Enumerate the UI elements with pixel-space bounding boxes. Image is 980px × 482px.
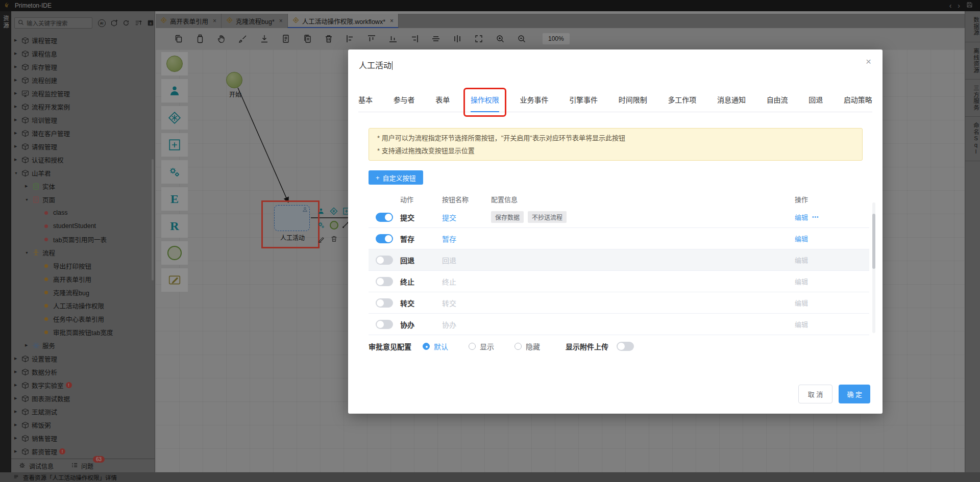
table-scrollbar-thumb[interactable]: [872, 214, 875, 269]
enable-toggle[interactable]: [376, 298, 393, 308]
action-label: 提交: [400, 212, 442, 222]
action-label: 转交: [400, 298, 442, 308]
enable-toggle[interactable]: [376, 213, 393, 222]
dialog-tab-时间限制[interactable]: 时间限制: [619, 94, 647, 112]
ok-button[interactable]: 确 定: [839, 385, 870, 403]
dialog-tab-回退[interactable]: 回退: [808, 94, 823, 112]
permission-row: 协办协办编辑: [369, 314, 869, 335]
row-operations: 编辑: [795, 234, 834, 243]
enable-toggle[interactable]: [376, 320, 393, 329]
button-name-link[interactable]: 提交: [442, 212, 491, 222]
edit-link: 编辑: [795, 255, 808, 265]
dialog-tabbar: 基本参与者表单操作权限业务事件引擎事件时间限制多工作项消息通知自由流回退启动策略: [358, 94, 872, 112]
header-operation: 操作: [795, 194, 834, 204]
dialog-tab-基本[interactable]: 基本: [358, 94, 373, 112]
plus-icon: +: [376, 174, 380, 182]
radio-label: 隐藏: [526, 341, 540, 351]
permission-row: 终止终止编辑: [369, 271, 869, 292]
row-operations: 编辑: [795, 276, 834, 286]
radio-显示[interactable]: 显示: [469, 341, 494, 351]
attachment-upload-toggle[interactable]: [617, 342, 634, 351]
radio-unselected-icon[interactable]: [514, 343, 522, 350]
button-name-link: 回退: [442, 255, 491, 265]
button-name-link: 转交: [442, 298, 491, 308]
dialog-tab-引擎事件[interactable]: 引擎事件: [569, 94, 598, 112]
notice-line: * 支持通过拖拽改变按钮显示位置: [377, 144, 854, 157]
dialog-tab-多工作项[interactable]: 多工作项: [668, 94, 696, 112]
table-header: 动作 按钮名称 配置信息 操作: [369, 191, 869, 207]
activity-settings-dialog: 人工活动 × 基本参与者表单操作权限业务事件引擎事件时间限制多工作项消息通知自由…: [348, 49, 883, 414]
action-label: 回退: [400, 255, 442, 265]
dialog-tab-消息通知[interactable]: 消息通知: [717, 94, 746, 112]
dialog-tab-自由流[interactable]: 自由流: [767, 94, 788, 112]
permission-row: 暂存暂存编辑: [369, 228, 869, 249]
permission-row: 回退回退编辑: [369, 249, 869, 271]
opinion-config-row: 审批意见配置 默认显示隐藏 显示附件上传: [369, 338, 634, 354]
row-operations: 编辑: [795, 298, 834, 308]
dialog-tab-表单[interactable]: 表单: [435, 94, 450, 112]
dialog-tab-启动策略[interactable]: 启动策略: [844, 94, 872, 112]
close-icon[interactable]: ×: [866, 57, 871, 66]
edit-link: 编辑: [795, 298, 808, 308]
radio-unselected-icon[interactable]: [469, 343, 476, 350]
cancel-button[interactable]: 取 消: [798, 385, 833, 403]
enable-toggle[interactable]: [376, 234, 393, 243]
permissions-table: 动作 按钮名称 配置信息 操作 提交提交保存数据不抄送流程编辑•••暂存暂存编辑…: [369, 191, 869, 335]
row-operations: 编辑: [795, 255, 834, 265]
notice-box: * 用户可以为流程指定环节选择所需按钮，"开关启用"表示对应环节表单将显示此按钮…: [369, 128, 863, 161]
more-actions-icon[interactable]: •••: [812, 214, 819, 220]
button-name-link[interactable]: 暂存: [442, 234, 491, 244]
edit-link: 编辑: [795, 319, 808, 329]
edit-link: 编辑: [795, 276, 808, 286]
text-caret: [392, 61, 393, 70]
config-tags: 保存数据不抄送流程: [491, 211, 795, 223]
header-action: 动作: [400, 194, 442, 204]
header-button-name: 按钮名称: [442, 194, 491, 204]
config-tag: 不抄送流程: [528, 211, 567, 223]
dialog-title[interactable]: 人工活动: [359, 59, 393, 71]
config-tag: 保存数据: [491, 211, 524, 223]
dialog-tab-参与者[interactable]: 参与者: [394, 94, 415, 112]
opinion-config-label: 审批意见配置: [369, 341, 411, 351]
permission-row: 转交转交编辑: [369, 292, 869, 314]
add-custom-button[interactable]: + 自定义按钮: [369, 170, 423, 185]
button-name-link: 终止: [442, 276, 491, 287]
radio-默认[interactable]: 默认: [423, 341, 448, 351]
primeton-ide-window: Primeton-IDE ‹ › 资源 输入关键字搜索 AI a ▶课程管理▶课…: [0, 0, 980, 482]
dialog-tab-业务事件[interactable]: 业务事件: [520, 94, 549, 112]
radio-隐藏[interactable]: 隐藏: [514, 341, 540, 351]
row-operations: 编辑•••: [795, 212, 834, 222]
header-config: 配置信息: [491, 194, 795, 204]
radio-selected-icon[interactable]: [423, 343, 430, 350]
action-label: 协办: [400, 319, 442, 329]
dialog-tab-操作权限[interactable]: 操作权限: [471, 94, 499, 112]
button-name-link: 协办: [442, 319, 491, 329]
edit-link[interactable]: 编辑: [795, 234, 808, 243]
enable-toggle[interactable]: [376, 277, 393, 286]
attachment-upload-label: 显示附件上传: [566, 341, 608, 351]
action-label: 终止: [400, 276, 442, 287]
edit-link[interactable]: 编辑: [795, 212, 808, 222]
radio-label: 显示: [480, 341, 494, 351]
annotation-red-box-tab: [463, 88, 506, 117]
radio-label: 默认: [434, 341, 448, 351]
permission-row: 提交提交保存数据不抄送流程编辑•••: [369, 207, 869, 228]
enable-toggle[interactable]: [376, 256, 393, 265]
notice-line: * 用户可以为流程指定环节选择所需按钮，"开关启用"表示对应环节表单将显示此按钮: [377, 132, 854, 144]
action-label: 暂存: [400, 234, 442, 244]
row-operations: 编辑: [795, 319, 834, 329]
